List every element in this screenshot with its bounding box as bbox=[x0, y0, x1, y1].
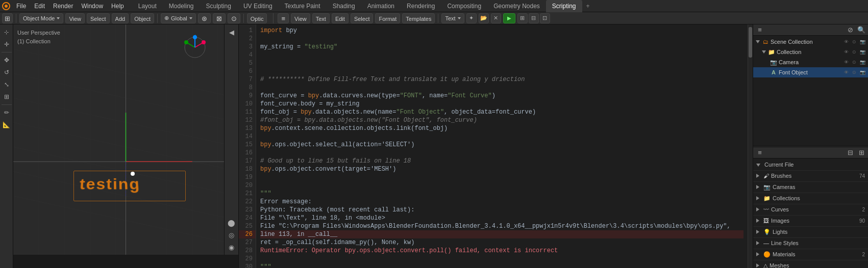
outliner-camera[interactable]: 📷 Camera 👁 ⊙ 📷 bbox=[753, 57, 868, 67]
script-text-button[interactable]: Text bbox=[312, 13, 330, 23]
lights-section[interactable]: 💡 Lights bbox=[753, 227, 868, 238]
move-tool[interactable]: ✥ bbox=[1, 55, 12, 66]
meshes-expand-icon[interactable] bbox=[756, 262, 759, 268]
tab-geometry-nodes[interactable]: Geometry Nodes bbox=[487, 0, 546, 12]
collections-section[interactable]: 📁 Collections bbox=[753, 193, 868, 204]
tab-shading[interactable]: Shading bbox=[327, 0, 361, 12]
properties-list-icon[interactable]: ⊞ bbox=[857, 148, 866, 157]
selectable-icon[interactable]: ⊙ bbox=[851, 38, 858, 45]
viewport-shade-rendered[interactable]: ◉ bbox=[226, 242, 237, 253]
script-editor-icon[interactable]: ≡ bbox=[278, 13, 289, 23]
line-styles-expand-icon[interactable] bbox=[756, 239, 759, 247]
current-file-section-header[interactable]: Current File bbox=[753, 159, 868, 171]
outliner-filter-icon[interactable]: ⊘ bbox=[846, 25, 855, 35]
visibility-icon[interactable]: 👁 bbox=[842, 38, 850, 45]
selectable-icon[interactable]: ⊙ bbox=[851, 59, 858, 66]
options-button[interactable]: Optic bbox=[247, 13, 267, 23]
menu-window[interactable]: Window bbox=[77, 0, 107, 12]
open-text-button[interactable]: 📂 bbox=[479, 13, 489, 23]
new-text-button[interactable]: ✦ bbox=[466, 13, 477, 23]
outliner-font-object[interactable]: A Font Object 👁 ⊙ 📷 bbox=[753, 67, 868, 77]
properties-display-icon[interactable]: ⊟ bbox=[846, 148, 855, 157]
curves-expand-icon[interactable] bbox=[756, 206, 759, 213]
blender-logo-icon[interactable] bbox=[0, 0, 12, 12]
images-expand-icon[interactable] bbox=[756, 217, 759, 224]
toggle-n-panel-icon[interactable]: ◀ bbox=[226, 26, 237, 38]
editor-type-button[interactable]: ⊞ bbox=[2, 13, 13, 23]
materials-expand-icon[interactable] bbox=[756, 251, 759, 258]
menu-help[interactable]: Help bbox=[107, 0, 128, 12]
tab-texture-paint[interactable]: Texture Paint bbox=[279, 0, 327, 12]
visibility-icon[interactable]: 👁 bbox=[842, 69, 850, 76]
visibility-icon[interactable]: 👁 bbox=[842, 48, 850, 56]
script-edit-button[interactable]: Edit bbox=[332, 13, 349, 23]
line-styles-section[interactable]: — Line Styles bbox=[753, 238, 868, 249]
meshes-section[interactable]: △ Meshes bbox=[753, 260, 868, 269]
brushes-section[interactable]: 🖌 Brushes 74 bbox=[753, 171, 868, 182]
tab-uv-editing[interactable]: UV Editing bbox=[237, 0, 279, 12]
cameras-section[interactable]: 📷 Cameras bbox=[753, 182, 868, 193]
tab-sculpting[interactable]: Sculpting bbox=[200, 0, 237, 12]
tab-scripting[interactable]: Scripting bbox=[546, 0, 582, 12]
visibility-icon[interactable]: 👁 bbox=[842, 59, 850, 66]
tab-animation[interactable]: Animation bbox=[361, 0, 401, 12]
cursor-tool[interactable]: ✛ bbox=[1, 39, 12, 50]
select-button[interactable]: Select bbox=[87, 13, 110, 23]
transform-extra-button[interactable]: ⊛ bbox=[198, 13, 211, 23]
view-button[interactable]: View bbox=[65, 13, 85, 23]
script-view-button[interactable]: View bbox=[291, 13, 310, 23]
close-text-button[interactable]: ✕ bbox=[491, 13, 501, 23]
render-icon[interactable]: 📷 bbox=[859, 59, 866, 66]
proportional-button[interactable]: ⊙ bbox=[228, 13, 240, 23]
select-box-tool[interactable]: ⊹ bbox=[1, 26, 12, 38]
outliner-menu-icon[interactable]: ≡ bbox=[755, 25, 764, 35]
outliner-tree-icon[interactable]: ⊟ bbox=[529, 13, 539, 23]
code-content[interactable]: import bpy my_string = "testing" # *****… bbox=[256, 24, 748, 268]
outliner-list-icon[interactable]: ⊞ bbox=[517, 13, 528, 23]
viewport-gizmo[interactable]: X Y Z bbox=[182, 35, 208, 62]
annotate-tool[interactable]: ✏ bbox=[1, 107, 12, 118]
outliner-dot-icon[interactable]: ⊡ bbox=[540, 13, 550, 23]
transform-selector[interactable]: ⊕ Global bbox=[161, 13, 196, 23]
properties-menu-icon[interactable]: ≡ bbox=[755, 148, 764, 157]
outliner-scene-collection[interactable]: 🗂 Scene Collection 👁 ⊙ 📷 bbox=[753, 37, 868, 47]
current-file-collapse-icon[interactable] bbox=[756, 161, 760, 168]
brushes-expand-icon[interactable] bbox=[756, 172, 759, 179]
code-scrollbar[interactable] bbox=[748, 24, 753, 268]
add-workspace-button[interactable]: + bbox=[582, 3, 594, 10]
viewport-3d[interactable]: User Perspective (1) Collection X bbox=[13, 24, 238, 255]
cameras-expand-icon[interactable] bbox=[756, 183, 759, 191]
rotate-tool[interactable]: ↺ bbox=[1, 67, 12, 78]
collapse-collection-icon[interactable] bbox=[761, 49, 766, 55]
code-editor[interactable]: 1234567891011121314151617181920212223242… bbox=[239, 24, 753, 268]
transform-tool[interactable]: ⊞ bbox=[1, 91, 12, 102]
tab-modeling[interactable]: Modeling bbox=[163, 0, 200, 12]
scale-tool[interactable]: ⤡ bbox=[1, 79, 12, 90]
menu-render[interactable]: Render bbox=[49, 0, 77, 12]
mode-selector[interactable]: Object Mode bbox=[19, 13, 63, 23]
text-file-selector[interactable]: Text bbox=[441, 13, 464, 23]
outliner-search-icon[interactable]: 🔍 bbox=[857, 25, 866, 35]
collections-expand-icon[interactable] bbox=[756, 195, 759, 202]
lights-expand-icon[interactable] bbox=[756, 228, 759, 235]
outliner-collection[interactable]: 📁 Collection 👁 ⊙ 📷 bbox=[753, 47, 868, 57]
add-button[interactable]: Add bbox=[112, 13, 129, 23]
script-select-button[interactable]: Select bbox=[351, 13, 374, 23]
render-icon[interactable]: 📷 bbox=[859, 48, 866, 56]
materials-section[interactable]: 🟠 Materials 2 bbox=[753, 249, 868, 260]
script-templates-button[interactable]: Templates bbox=[402, 13, 435, 23]
menu-edit[interactable]: Edit bbox=[30, 0, 49, 12]
object-button[interactable]: Object bbox=[131, 13, 154, 23]
curves-section[interactable]: 〰 Curves 2 bbox=[753, 204, 868, 216]
code-scrollbar-thumb[interactable] bbox=[749, 27, 752, 58]
viewport-shade-solid[interactable]: ⬤ bbox=[226, 217, 237, 228]
measure-tool[interactable]: 📐 bbox=[1, 119, 12, 130]
menu-file[interactable]: File bbox=[12, 0, 30, 12]
viewport-shade-material[interactable]: ◎ bbox=[226, 229, 237, 240]
tab-compositing[interactable]: Compositing bbox=[441, 0, 487, 12]
tab-layout[interactable]: Layout bbox=[132, 0, 163, 12]
run-script-button[interactable]: ▶ bbox=[503, 13, 515, 23]
tab-rendering[interactable]: Rendering bbox=[401, 0, 441, 12]
images-section[interactable]: 🖼 Images 90 bbox=[753, 216, 868, 227]
snap-button[interactable]: ⊠ bbox=[213, 13, 226, 23]
